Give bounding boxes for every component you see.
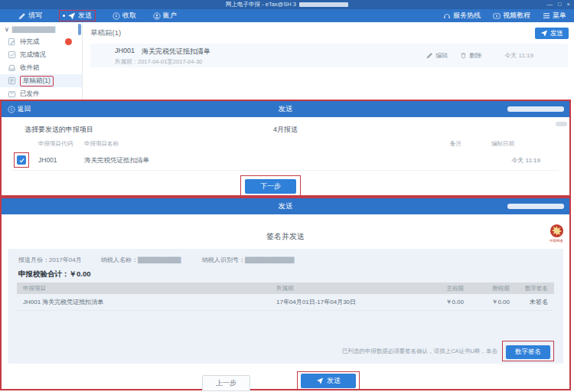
declaration-row[interactable]: JH001 海关完税凭证抵扣清单 今天 11:19 <box>12 150 559 171</box>
sidebar-item-pending[interactable]: 待完成 <box>0 35 82 48</box>
company-name-redacted: ██████████████ <box>12 27 54 32</box>
next-button[interactable]: 下一步 <box>245 179 296 194</box>
cell-period: 17年04月01日-17年04月30日 <box>276 298 406 306</box>
previous-step-button[interactable]: 上一步 <box>202 375 250 391</box>
redaction-blob <box>507 106 564 112</box>
row-code: JH001 <box>38 156 57 164</box>
delete-button[interactable]: 删除 <box>460 51 481 60</box>
back-button[interactable]: 返回 <box>8 105 31 114</box>
notification-dot <box>63 15 65 17</box>
signature-note: 已列选的申报数据必须要签名确认，请插上CA证书U棒，单击 <box>342 348 497 355</box>
toolbar-item-receive[interactable]: 收取 <box>113 11 136 21</box>
row-name: 海关完税凭证抵扣清单 <box>84 156 149 165</box>
chevron-down-icon: ∨ <box>5 26 9 33</box>
draft-period: 所属期：2017-04-01至2017-04-30 <box>115 58 210 66</box>
col-period: 所属期 <box>276 285 406 292</box>
main-toolbar: 填写 发送 收取 账户 <box>0 9 574 22</box>
hamburger-menu-icon <box>543 12 550 19</box>
scrollbar-thumb[interactable] <box>556 122 567 126</box>
back-circle-icon <box>8 106 15 113</box>
paper-plane-icon <box>316 377 324 384</box>
sign-table-row[interactable]: JH001 海关完税凭证抵扣清单 17年04月01日-17年04月30日 ￥0.… <box>17 294 554 311</box>
draft-code: JH001 <box>115 47 135 57</box>
col-signature: 数字签名 <box>510 285 554 292</box>
menu-button[interactable]: 菜单 <box>543 11 566 21</box>
pencil-icon <box>18 12 26 20</box>
sidebar-item-sent[interactable]: 已发件 <box>0 87 82 100</box>
sign-button-highlight: 数字签名 <box>502 341 554 361</box>
taxpayer-name: 纳税人名称：██████████████ <box>101 256 180 264</box>
send-button-final[interactable]: 发送 <box>301 374 356 388</box>
redaction-blob <box>507 204 564 209</box>
section-title: 发送 <box>279 201 293 211</box>
checkbox-highlight <box>14 152 29 168</box>
col-main-tax: 主税额 <box>406 285 464 292</box>
edit-button[interactable]: 编辑 <box>426 51 448 60</box>
draft-timestamp: 今天 11:19 <box>504 51 533 60</box>
column-code: 申报项目代码 <box>38 140 73 148</box>
toolbar-item-send[interactable]: 发送 <box>59 10 96 21</box>
video-tutorial-button[interactable]: 视频教程 <box>493 11 530 21</box>
close-button[interactable]: × <box>567 2 570 8</box>
hotline-button[interactable]: 服务热线 <box>443 11 481 21</box>
window-title: 网上电子申报 - eTax@SH 3 <box>226 1 296 8</box>
trash-icon <box>460 52 467 59</box>
column-remark: 备注 <box>450 140 461 148</box>
digital-signature-button[interactable]: 数字签名 <box>506 345 550 359</box>
doc-pencil-icon <box>8 38 16 46</box>
next-button-highlight: 下一步 <box>240 175 301 196</box>
cell-item: JH001 海关完税凭证抵扣清单 <box>17 298 276 306</box>
cell-sign-status: 未签名 <box>510 298 554 306</box>
sent-icon <box>8 90 16 98</box>
logo-label: 中国税务 <box>546 239 567 243</box>
paper-plane-icon <box>540 30 548 37</box>
title-bar: 网上电子申报 - eTax@SH 3 — □ × <box>0 0 574 9</box>
row-date: 今天 11:19 <box>511 156 540 165</box>
sidebar-item-inbox[interactable]: 收件箱 <box>0 61 82 74</box>
send-button-highlight: 发送 <box>297 371 360 390</box>
signature-note-row: 已列选的申报数据必须要签名确认，请插上CA证书U棒，单击 数字签名 <box>342 341 554 361</box>
company-selector[interactable]: ∨ ██████████████ <box>0 22 82 35</box>
sign-table: 申报项目 所属期 主税额 附税额 数字签名 JH001 海关完税凭证抵扣清单 1… <box>17 283 554 311</box>
doc-check-icon <box>8 51 16 59</box>
sign-panel: 报送月份：2017年04月 纳税人名称：██████████████ 纳税人识别… <box>8 249 563 364</box>
pending-badge <box>65 38 72 45</box>
toolbar-item-fill[interactable]: 填写 <box>18 11 42 21</box>
user-circle-icon <box>153 12 161 20</box>
sign-send-header: 发送 <box>2 198 569 214</box>
col-sub-tax: 附税额 <box>464 285 510 292</box>
download-circle-icon <box>113 12 120 20</box>
sign-table-header: 申报项目 所属期 主税额 附税额 数字签名 <box>17 283 554 294</box>
sign-send-subtitle: 签名并发送 <box>2 231 569 242</box>
draft-list-item[interactable]: JH001 海关完税凭证抵扣清单 所属期：2017-04-01至2017-04-… <box>90 44 568 67</box>
submit-month: 报送月份：2017年04月 <box>18 256 82 264</box>
cell-main-tax: ￥0.00 <box>406 298 464 306</box>
drafts-icon <box>8 77 16 85</box>
row-checkbox[interactable] <box>17 155 26 165</box>
column-date: 编制日期 <box>491 140 514 148</box>
headset-icon <box>443 12 451 20</box>
toolbar-item-account[interactable]: 账户 <box>153 11 177 21</box>
sidebar: ∨ ██████████████ 待完成 完成情况 收件箱 草 <box>0 22 83 100</box>
send-select-header: 返回 发送 <box>2 101 569 117</box>
sidebar-item-drafts[interactable]: 草稿箱(1) <box>0 74 82 87</box>
inbox-icon <box>8 64 16 72</box>
column-name: 申报项目名称 <box>84 140 119 148</box>
pencil-icon <box>426 52 433 59</box>
redaction-blob <box>299 2 348 7</box>
taxpayer-id: 纳税人识别号：████████████████ <box>202 256 293 264</box>
app-window: 网上电子申报 - eTax@SH 3 — □ × 填写 发送 <box>0 0 574 392</box>
col-item: 申报项目 <box>17 285 276 292</box>
tax-authority-logo: 中国税务 <box>546 224 567 243</box>
verification-total: 申报校验合计：￥0.00 <box>18 270 91 279</box>
maximize-button[interactable]: □ <box>558 2 562 8</box>
month-submit-label: 4月报送 <box>2 125 569 135</box>
cell-sub-tax: ￥0.00 <box>464 298 510 306</box>
paper-plane-icon <box>67 12 76 20</box>
sidebar-scrollbar[interactable] <box>78 24 81 35</box>
video-icon <box>493 12 501 20</box>
drafts-panel-title: 草稿箱(1) <box>90 28 121 38</box>
send-button-top[interactable]: 发送 <box>535 28 569 39</box>
minimize-button[interactable]: — <box>547 2 553 8</box>
sidebar-item-completion[interactable]: 完成情况 <box>0 48 82 61</box>
